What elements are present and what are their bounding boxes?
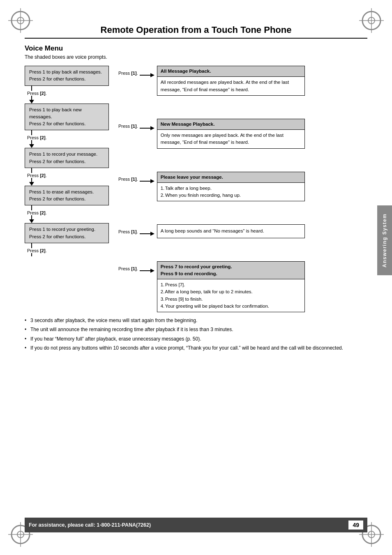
step3-line2: Press 2 for other functions. xyxy=(29,158,104,165)
step1-right-body: All recorded messages are played back. A… xyxy=(157,77,304,95)
left-boxes: Press 1 to play back all messages. Press… xyxy=(25,66,115,312)
right-section: Press [1]. All Message Playback. All rec… xyxy=(118,66,367,312)
step5-line1: Press 1 to record your greeting. xyxy=(29,226,104,233)
step1-right-title: All Message Playback. xyxy=(157,66,304,77)
step2-arrow xyxy=(140,119,154,132)
footer-bar: For assistance, please call: 1-800-211-P… xyxy=(25,518,367,532)
step3-arrow-label: Press [1]. xyxy=(118,172,138,182)
footer-assistance-text: For assistance, please call: 1-800-211-P… xyxy=(29,522,151,528)
step5-left-box: Press 1 to record your greeting. Press 2… xyxy=(25,223,109,243)
step4-arrow-label: Press [1]. xyxy=(118,224,138,234)
step5-arrow-label: Press [1]. xyxy=(118,261,138,271)
down-connector-2: Press [2]. xyxy=(25,130,47,148)
step2-right-box: New Message Playback. Only new messages … xyxy=(157,119,305,149)
step5-right-body: 1. Press [7]. 2. After a long beep, talk… xyxy=(157,279,304,312)
step2-arrow-label: Press [1]. xyxy=(118,119,138,129)
step3-right-box: Please leave your message. 1. Talk after… xyxy=(157,172,305,202)
step2-left-box: Press 1 to play back new messages. Press… xyxy=(25,104,109,131)
step1-left-box: Press 1 to play back all messages. Press… xyxy=(25,66,109,86)
step3-left-box: Press 1 to record your message. Press 2 … xyxy=(25,148,109,168)
step1-right-box: All Message Playback. All recorded messa… xyxy=(157,66,305,96)
answering-system-tab: Answering System xyxy=(377,205,392,275)
step5-arrow xyxy=(140,261,154,275)
step3-row: Press [1]. Please leave your message. 1.… xyxy=(118,172,367,202)
step2-line2: Press 2 for other functions. xyxy=(29,120,104,127)
down-connector-3: Press [2]. xyxy=(25,168,47,186)
step2-row: Press [1]. New Message Playback. Only ne… xyxy=(118,119,367,149)
step1-line1: Press 1 to play back all messages. xyxy=(29,69,104,76)
bullet-1: 3 seconds after playback, the voice menu… xyxy=(25,316,367,325)
step4-row: Press [1]. A long beep sounds and “No me… xyxy=(118,224,367,238)
svg-marker-19 xyxy=(150,126,154,130)
page-title: Remote Operation from a Touch Tone Phone xyxy=(25,25,367,39)
bullet-2: The unit will announce the remaining rec… xyxy=(25,325,367,334)
page: Remote Operation from a Touch Tone Phone… xyxy=(0,0,392,555)
step1-arrow xyxy=(140,66,154,79)
down-connector-4: Press [2]. xyxy=(25,205,47,223)
subtitle: The shaded boxes are voice prompts. xyxy=(25,54,367,60)
flow-diagram: Press 1 to play back all messages. Press… xyxy=(25,66,367,312)
bullet-list: 3 seconds after playback, the voice menu… xyxy=(25,316,367,352)
section-title: Voice Menu xyxy=(25,44,367,53)
step3-arrow xyxy=(140,172,154,185)
step4-right-body: A long beep sounds and “No messages” is … xyxy=(157,225,304,237)
step3-line1: Press 1 to record your message. xyxy=(29,151,104,158)
step1-row: Press [1]. All Message Playback. All rec… xyxy=(118,66,367,96)
step3-right-title: Please leave your message. xyxy=(157,172,304,183)
step4-right-box: A long beep sounds and “No messages” is … xyxy=(157,224,305,238)
step2-line1: Press 1 to play back new messages. xyxy=(29,106,104,121)
step2-right-body: Only new messages are played back. At th… xyxy=(157,130,304,148)
step4-arrow xyxy=(140,224,154,238)
step5-right-box: Press 7 to record your greeting. Press 9… xyxy=(157,261,305,313)
step4-line1: Press 1 to erase all messages. xyxy=(29,189,104,196)
step4-line2: Press 2 for other functions. xyxy=(29,196,104,203)
step1-arrow-label: Press [1]. xyxy=(118,66,138,76)
svg-marker-17 xyxy=(150,73,154,77)
step5-right-title: Press 7 to record your greeting. Press 9… xyxy=(157,262,304,280)
step5-line2: Press 2 for other functions. xyxy=(29,233,104,240)
step5-row: Press [1]. Press 7 to record your greeti… xyxy=(118,261,367,313)
down-connector-5: Press [2]. xyxy=(25,243,47,256)
footer-page-number: 49 xyxy=(348,520,363,530)
svg-marker-23 xyxy=(150,232,154,236)
bullet-4: If you do not press any buttons within 1… xyxy=(25,344,367,352)
down-connector-1: Press [2]. xyxy=(25,86,47,104)
bullet-3: If you hear “Memory full” after playback… xyxy=(25,335,367,343)
step1-line2: Press 2 for other functions. xyxy=(29,76,104,83)
svg-marker-25 xyxy=(150,269,154,273)
svg-marker-21 xyxy=(150,179,154,183)
step2-right-title: New Message Playback. xyxy=(157,119,304,130)
step4-left-box: Press 1 to erase all messages. Press 2 f… xyxy=(25,186,109,206)
step3-right-body: 1. Talk after a long beep. 2. When you f… xyxy=(157,183,304,201)
